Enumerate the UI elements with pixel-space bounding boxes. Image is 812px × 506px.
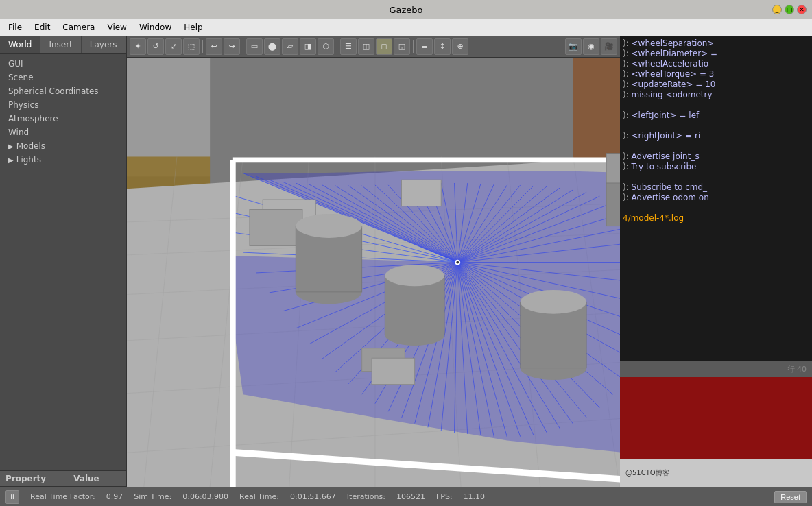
svg-point-101 xyxy=(296,214,361,238)
svg-point-111 xyxy=(456,261,459,264)
toolbar-cam-follow[interactable]: 🎥 xyxy=(601,38,617,55)
terminal-line: ): Advertise joint_s xyxy=(623,152,809,161)
iterations-value: 106521 xyxy=(396,492,425,501)
svg-rect-98 xyxy=(606,154,620,183)
sidebar-item-spherical-coords[interactable]: Spherical Coordinates xyxy=(0,84,126,98)
toolbar-sphere[interactable]: ⬤ xyxy=(264,38,280,55)
titlebar: Gazebo _ □ ✕ xyxy=(0,0,812,19)
svg-rect-96 xyxy=(401,180,441,206)
terminal-line: ): <wheelSeparation> xyxy=(623,38,809,48)
terminal-line: ): <updateRate> = 10 xyxy=(623,80,809,89)
close-button[interactable]: ✕ xyxy=(797,5,807,14)
iterations-label: Iterations: xyxy=(347,492,385,501)
menu-camera[interactable]: Camera xyxy=(57,21,100,34)
terminal-bottom-bar: 行 40 xyxy=(620,361,812,377)
toolbar-redo[interactable]: ↪ xyxy=(224,38,240,55)
terminal-line: ): <wheelDiameter> = xyxy=(623,49,809,58)
toolbar-snap[interactable]: ◫ xyxy=(358,38,374,55)
toolbar-view-option3[interactable]: ⊕ xyxy=(452,38,468,55)
toolbar-sep2 xyxy=(243,40,243,53)
toolbar-active-tool[interactable]: ◻ xyxy=(376,38,392,55)
terminal-line: 4/model-4*.log xyxy=(623,213,809,223)
sidebar-item-label: Wind xyxy=(8,128,29,137)
svg-rect-109 xyxy=(372,358,415,385)
toolbar-rotate-tool[interactable]: ↺ xyxy=(147,38,164,55)
toolbar-select-tool[interactable]: ✦ xyxy=(130,38,146,55)
menu-view[interactable]: View xyxy=(102,21,132,34)
terminal-line xyxy=(623,141,809,151)
terminal-line xyxy=(623,203,809,213)
pause-button[interactable]: ⏸ xyxy=(5,490,19,504)
sidebar-item-label: Models xyxy=(16,141,45,151)
tab-layers[interactable]: Layers xyxy=(82,36,126,53)
fps-label: FPS: xyxy=(436,492,453,501)
toolbar-record[interactable]: ◉ xyxy=(583,38,599,55)
toolbar-light[interactable]: ⬡ xyxy=(318,38,334,55)
toolbar-transform-tool[interactable]: ⬚ xyxy=(183,38,200,55)
menu-edit[interactable]: Edit xyxy=(29,21,56,34)
menu-help[interactable]: Help xyxy=(178,21,208,34)
sim-time-value: 0:06:03.980 xyxy=(182,492,228,501)
sidebar-item-label: GUI xyxy=(8,59,23,69)
sidebar-item-scene[interactable]: Scene xyxy=(0,71,126,84)
property-col-value: Value xyxy=(73,474,99,483)
toolbar-view-option1[interactable]: ≡ xyxy=(416,38,433,55)
toolbar-right: 📷 ◉ 🎥 xyxy=(565,38,617,55)
sidebar-item-gui[interactable]: GUI xyxy=(0,57,126,71)
toolbar-align[interactable]: ◱ xyxy=(394,38,410,55)
watermark-text: @51CTO博客 xyxy=(625,468,669,478)
terminal-line: ): <wheelAcceleratio xyxy=(623,59,809,69)
toolbar-scale-tool[interactable]: ⤢ xyxy=(165,38,182,55)
menu-window[interactable]: Window xyxy=(134,21,177,34)
line-number: 行 40 xyxy=(787,364,807,374)
tab-world[interactable]: World xyxy=(0,36,40,53)
viewport[interactable]: ✦ ↺ ⤢ ⬚ ↩ ↪ ▭ ⬤ ▱ ◨ ⬡ ☰ ◫ ◻ ◱ ≡ ↕ ⊕ 📷 ◉ xyxy=(127,36,620,487)
terminal-line xyxy=(623,121,809,130)
terminal-line: ): <leftJoint> = lef xyxy=(623,110,809,120)
arrow-icon: ▶ xyxy=(8,156,14,164)
sidebar-item-models[interactable]: ▶ Models xyxy=(0,139,126,153)
sidebar-item-wind[interactable]: Wind xyxy=(0,125,126,139)
toolbar-shape4[interactable]: ◨ xyxy=(300,38,316,55)
menu-file[interactable]: File xyxy=(3,21,27,34)
terminal-footer-light: @51CTO博客 xyxy=(620,459,812,487)
sidebar-item-label: Physics xyxy=(8,100,38,110)
menubar: File Edit Camera View Window Help xyxy=(0,19,812,36)
toolbar-cylinder[interactable]: ▱ xyxy=(282,38,298,55)
sidebar-item-atmosphere[interactable]: Atmosphere xyxy=(0,112,126,125)
terminal-wrapper: ): <wheelSeparation> ): <wheelDiameter> … xyxy=(620,36,812,487)
tab-bar: World Insert Layers xyxy=(0,36,126,54)
maximize-button[interactable]: □ xyxy=(785,5,794,14)
real-time-label: Real Time: xyxy=(239,492,279,501)
terminal-line: ): Subscribe to cmd_ xyxy=(623,182,809,192)
sidebar-item-label: Lights xyxy=(16,155,41,165)
toolbar-grid[interactable]: ☰ xyxy=(340,38,357,55)
pause-icon: ⏸ xyxy=(9,493,16,501)
terminal-line: ): Try to subscribe xyxy=(623,162,809,171)
toolbar: ✦ ↺ ⤢ ⬚ ↩ ↪ ▭ ⬤ ▱ ◨ ⬡ ☰ ◫ ◻ ◱ ≡ ↕ ⊕ 📷 ◉ xyxy=(127,36,620,58)
property-header: Property Value xyxy=(0,471,126,487)
minimize-button[interactable]: _ xyxy=(772,5,782,14)
main-content: World Insert Layers GUI Scene Spherical … xyxy=(0,36,812,487)
fps-value: 11.10 xyxy=(464,492,486,501)
sidebar-item-lights[interactable]: ▶ Lights xyxy=(0,153,126,167)
svg-rect-95 xyxy=(250,210,302,246)
scene-viewport[interactable] xyxy=(127,58,620,487)
toolbar-undo[interactable]: ↩ xyxy=(206,38,222,55)
svg-rect-97 xyxy=(606,180,620,226)
rtf-value: 0.97 xyxy=(106,492,123,501)
tab-insert[interactable]: Insert xyxy=(40,36,81,53)
arrow-icon: ▶ xyxy=(8,143,14,150)
terminal[interactable]: ): <wheelSeparation> ): <wheelDiameter> … xyxy=(620,36,812,361)
toolbar-box[interactable]: ▭ xyxy=(246,38,263,55)
toolbar-view-option2[interactable]: ↕ xyxy=(434,38,451,55)
toolbar-screenshot[interactable]: 📷 xyxy=(565,38,582,55)
sim-time-label: Sim Time: xyxy=(134,492,171,501)
status-bar: ⏸ Real Time Factor: 0.97 Sim Time: 0:06:… xyxy=(0,487,812,506)
terminal-footer-red xyxy=(620,377,812,459)
terminal-line: ): missing <odometry xyxy=(623,90,809,99)
sidebar-item-physics[interactable]: Physics xyxy=(0,98,126,112)
terminal-line: ): Advertise odom on xyxy=(623,193,809,202)
sidebar-item-label: Atmosphere xyxy=(8,114,58,123)
reset-button[interactable]: Reset xyxy=(774,491,807,503)
